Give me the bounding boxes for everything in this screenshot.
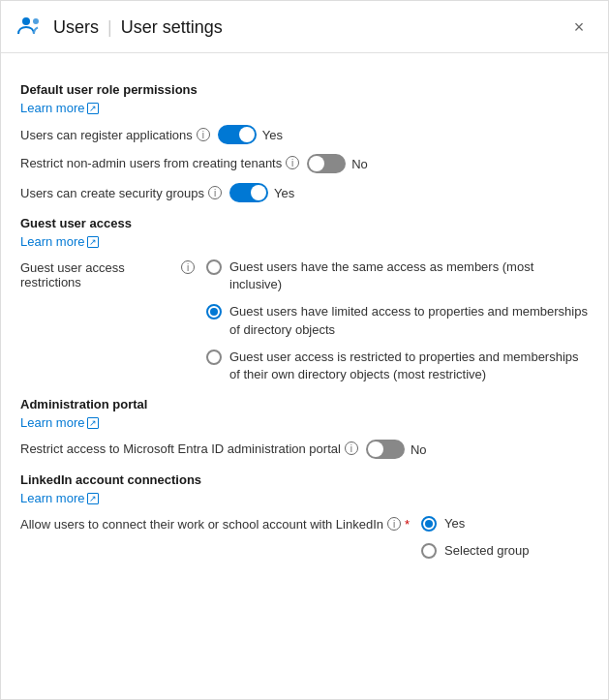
radio-group-guest-restrictions: Guest users have the same access as memb… [206, 259, 589, 383]
required-star-linkedin: * [405, 517, 410, 532]
toggle-container-create-security-groups: Yes [229, 183, 294, 202]
toggle-label-register-apps: Yes [262, 128, 283, 142]
page-title: Users | User settings [53, 17, 223, 38]
radio-group-linkedin: Yes Selected group [421, 515, 529, 560]
section-title-default-user-role: Default user role permissions [20, 82, 589, 97]
content-area: Default user role permissions Learn more… [1, 53, 608, 699]
radio-circle-linkedin-selected-group [421, 543, 437, 559]
svg-point-1 [33, 18, 39, 24]
learn-more-default-user-role[interactable]: Learn more ↗ [20, 101, 99, 115]
setting-label-guest-restrictions: Guest user access restrictions i [20, 259, 195, 289]
setting-label-register-apps: Users can register applications i [20, 128, 210, 142]
setting-row-restrict-entra: Restrict access to Microsoft Entra ID ad… [20, 440, 589, 459]
section-title-admin-portal: Administration portal [20, 397, 589, 411]
learn-more-admin-portal[interactable]: Learn more ↗ [20, 415, 99, 430]
toggle-container-register-apps: Yes [218, 125, 283, 144]
setting-label-restrict-entra: Restrict access to Microsoft Entra ID ad… [20, 440, 358, 456]
setting-row-restrict-nonadmin: Restrict non-admin users from creating t… [20, 154, 589, 173]
radio-text-linkedin-yes: Yes [444, 515, 465, 533]
radio-option-linkedin-selected-group[interactable]: Selected group [421, 542, 529, 560]
toggle-label-restrict-entra: No [411, 442, 427, 457]
setting-row-register-apps: Users can register applications i Yes [20, 125, 589, 144]
toggle-create-security-groups[interactable] [229, 183, 268, 202]
radio-text-guest-same-access: Guest users have the same access as memb… [229, 259, 589, 293]
setting-row-guest-restrictions: Guest user access restrictions i Guest u… [20, 259, 589, 383]
external-link-icon-linkedin: ↗ [87, 493, 99, 504]
users-settings-window: Users | User settings × Default user rol… [0, 0, 609, 700]
title-bar: Users | User settings × [1, 1, 608, 53]
radio-circle-guest-same-access [206, 259, 222, 275]
toggle-restrict-nonadmin[interactable] [307, 154, 346, 173]
radio-circle-guest-restricted-access [206, 350, 222, 365]
svg-point-0 [22, 17, 30, 25]
info-icon-linkedin-connect[interactable]: i [387, 517, 401, 531]
info-icon-register-apps[interactable]: i [197, 128, 210, 141]
setting-label-restrict-nonadmin: Restrict non-admin users from creating t… [20, 154, 299, 170]
radio-option-guest-restricted-access[interactable]: Guest user access is restricted to prope… [206, 349, 589, 383]
radio-circle-guest-limited-access [206, 304, 222, 320]
users-icon [16, 13, 44, 43]
radio-option-linkedin-yes[interactable]: Yes [421, 515, 529, 533]
setting-row-create-security-groups: Users can create security groups i Yes [20, 183, 589, 202]
setting-row-linkedin-connect: Allow users to connect their work or sch… [20, 515, 589, 560]
radio-text-guest-limited-access: Guest users have limited access to prope… [229, 303, 589, 338]
toggle-register-apps[interactable] [218, 125, 257, 144]
radio-option-guest-same-access[interactable]: Guest users have the same access as memb… [206, 259, 589, 293]
info-icon-create-security-groups[interactable]: i [208, 186, 222, 199]
toggle-container-restrict-nonadmin: No [307, 154, 368, 173]
toggle-label-create-security-groups: Yes [274, 186, 294, 200]
close-button[interactable]: × [565, 15, 593, 42]
external-link-icon: ↗ [87, 103, 99, 114]
radio-circle-linkedin-yes [421, 516, 437, 532]
setting-label-linkedin-connect: Allow users to connect their work or sch… [20, 515, 410, 532]
radio-text-guest-restricted-access: Guest user access is restricted to prope… [229, 349, 589, 383]
setting-label-create-security-groups: Users can create security groups i [20, 186, 222, 200]
radio-text-linkedin-selected-group: Selected group [444, 542, 529, 560]
info-icon-restrict-entra[interactable]: i [345, 441, 358, 455]
section-title-guest-user-access: Guest user access [20, 216, 589, 230]
section-title-linkedin: LinkedIn account connections [20, 472, 589, 487]
info-icon-guest-restrictions[interactable]: i [181, 260, 195, 274]
radio-option-guest-limited-access[interactable]: Guest users have limited access to prope… [206, 303, 589, 338]
info-icon-restrict-nonadmin[interactable]: i [286, 156, 299, 169]
learn-more-linkedin[interactable]: Learn more ↗ [20, 491, 99, 505]
toggle-restrict-entra[interactable] [366, 440, 405, 459]
external-link-icon-guest: ↗ [87, 236, 99, 248]
external-link-icon-admin: ↗ [87, 417, 99, 429]
toggle-label-restrict-nonadmin: No [351, 157, 368, 171]
learn-more-guest-user-access[interactable]: Learn more ↗ [20, 234, 99, 249]
toggle-container-restrict-entra: No [366, 440, 427, 459]
